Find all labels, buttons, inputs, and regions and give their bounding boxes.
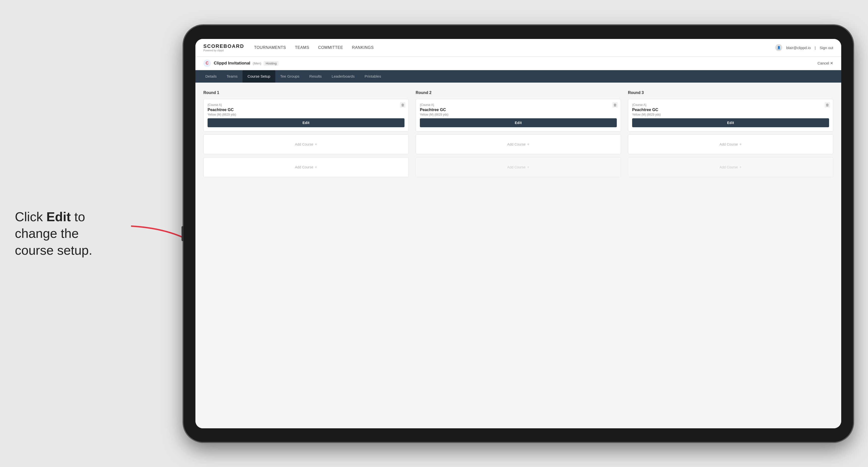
logo-sub-text: Powered by clippd bbox=[204, 49, 244, 52]
round-3-course-label: (Course A) bbox=[632, 103, 829, 107]
round-1-course-card: 🗑 (Course A) Peachtree GC Yellow (M) (66… bbox=[204, 99, 409, 131]
round-2-title: Round 2 bbox=[416, 91, 621, 95]
round-2-add-course-1[interactable]: Add Course + bbox=[416, 134, 621, 154]
tab-navigation: Details Teams Course Setup Tee Groups Re… bbox=[195, 70, 841, 83]
instruction-prefix: Click bbox=[15, 209, 46, 224]
round-2-course-details: Yellow (M) (6629 yds) bbox=[420, 113, 617, 116]
logo-main-text: SCOREBOARD bbox=[204, 43, 244, 49]
round-1-add-course-2[interactable]: Add Course + bbox=[204, 157, 409, 177]
round-3-course-details: Yellow (M) (6629 yds) bbox=[632, 113, 829, 116]
round-2-course-card: 🗑 (Course A) Peachtree GC Yellow (M) (66… bbox=[416, 99, 621, 131]
round-1-title: Round 1 bbox=[204, 91, 409, 95]
tab-leaderboards[interactable]: Leaderboards bbox=[327, 70, 360, 83]
rounds-grid: Round 1 🗑 (Course A) Peachtree GC Yellow… bbox=[204, 91, 833, 180]
round-2-course-name: Peachtree GC bbox=[420, 107, 617, 112]
instruction-bold: Edit bbox=[46, 209, 71, 224]
round-2-edit-button[interactable]: Edit bbox=[420, 118, 617, 127]
round-3-title: Round 3 bbox=[628, 91, 833, 95]
sign-out-link[interactable]: Sign out bbox=[819, 45, 833, 50]
round-1-course-label: (Course A) bbox=[208, 103, 404, 107]
round-2-add-course-2: Add Course + bbox=[416, 157, 621, 177]
tablet-side-button bbox=[182, 226, 184, 241]
round-3-add-course-2: Add Course + bbox=[628, 157, 833, 177]
round-1-delete-icon[interactable]: 🗑 bbox=[400, 102, 405, 107]
nav-right: 👤 blair@clippd.io | Sign out bbox=[775, 44, 833, 51]
nav-separator: | bbox=[815, 45, 816, 50]
scoreboard-logo: SCOREBOARD Powered by clippd bbox=[204, 43, 244, 52]
round-1-column: Round 1 🗑 (Course A) Peachtree GC Yellow… bbox=[204, 91, 409, 180]
round-3-course-name: Peachtree GC bbox=[632, 107, 829, 112]
round-1-course-name: Peachtree GC bbox=[208, 107, 404, 112]
round-1-course-details: Yellow (M) (6629 yds) bbox=[208, 113, 404, 116]
hosting-badge: Hosting bbox=[264, 61, 279, 66]
nav-committee[interactable]: COMMITTEE bbox=[318, 45, 343, 50]
round-3-add-course-1[interactable]: Add Course + bbox=[628, 134, 833, 154]
tab-course-setup[interactable]: Course Setup bbox=[243, 70, 275, 83]
round-3-column: Round 3 🗑 (Course A) Peachtree GC Yellow… bbox=[628, 91, 833, 180]
cancel-button[interactable]: Cancel ✕ bbox=[817, 61, 833, 65]
round-2-delete-icon[interactable]: 🗑 bbox=[612, 102, 618, 107]
tab-details[interactable]: Details bbox=[200, 70, 222, 83]
tablet-frame: SCOREBOARD Powered by clippd TOURNAMENTS… bbox=[184, 25, 853, 442]
user-avatar: 👤 bbox=[775, 44, 782, 51]
user-email: blair@clippd.io bbox=[786, 45, 811, 50]
nav-teams[interactable]: TEAMS bbox=[295, 45, 309, 50]
tournament-logo: C bbox=[204, 60, 211, 67]
round-2-course-label: (Course A) bbox=[420, 103, 617, 107]
round-1-add-course-1[interactable]: Add Course + bbox=[204, 134, 409, 154]
main-content: Round 1 🗑 (Course A) Peachtree GC Yellow… bbox=[195, 83, 841, 428]
tab-tee-groups[interactable]: Tee Groups bbox=[275, 70, 305, 83]
round-1-edit-button[interactable]: Edit bbox=[208, 118, 404, 127]
tab-teams[interactable]: Teams bbox=[222, 70, 243, 83]
nav-tournaments[interactable]: TOURNAMENTS bbox=[254, 45, 286, 50]
main-nav: TOURNAMENTS TEAMS COMMITTEE RANKINGS bbox=[254, 45, 775, 50]
round-3-edit-button[interactable]: Edit bbox=[632, 118, 829, 127]
tab-results[interactable]: Results bbox=[304, 70, 327, 83]
nav-rankings[interactable]: RANKINGS bbox=[352, 45, 374, 50]
tournament-name: Clippd Invitational bbox=[214, 61, 250, 66]
tablet-screen: SCOREBOARD Powered by clippd TOURNAMENTS… bbox=[195, 39, 841, 428]
instruction-text: Click Edit tochange thecourse setup. bbox=[15, 208, 92, 259]
top-nav: SCOREBOARD Powered by clippd TOURNAMENTS… bbox=[195, 39, 841, 57]
tournament-bar: C Clippd Invitational (Men) Hosting Canc… bbox=[195, 57, 841, 70]
round-3-delete-icon[interactable]: 🗑 bbox=[825, 102, 830, 107]
round-2-column: Round 2 🗑 (Course A) Peachtree GC Yellow… bbox=[416, 91, 621, 180]
tab-printables[interactable]: Printables bbox=[360, 70, 386, 83]
tournament-gender: (Men) bbox=[253, 62, 261, 65]
round-3-course-card: 🗑 (Course A) Peachtree GC Yellow (M) (66… bbox=[628, 99, 833, 131]
